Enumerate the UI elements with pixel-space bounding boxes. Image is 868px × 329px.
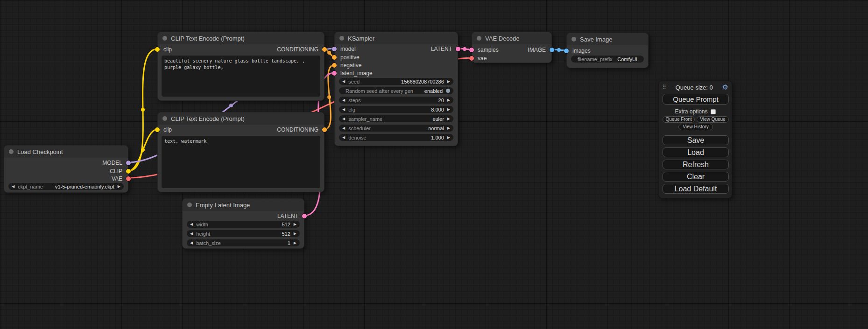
link-dot — [141, 108, 145, 112]
positive-input-port[interactable] — [332, 55, 337, 60]
sampler-name-widget[interactable]: ◀ sampler_name euler ▶ — [339, 115, 453, 122]
node-title: CLIP Text Encode (Prompt) — [171, 115, 245, 122]
widget-label: height — [196, 231, 210, 237]
output-slot-model: MODEL — [4, 159, 128, 167]
slot-label: CONDITIONING — [277, 126, 318, 133]
decrement-arrow-icon[interactable]: ◀ — [342, 134, 345, 141]
steps-widget[interactable]: ◀ steps 20 ▶ — [339, 97, 453, 104]
increment-arrow-icon[interactable]: ▶ — [447, 115, 450, 122]
increment-arrow-icon[interactable]: ▶ — [447, 106, 450, 113]
conditioning-output-port[interactable] — [322, 47, 327, 52]
load-default-button[interactable]: Load Default — [663, 184, 729, 194]
node-empty-latent-image[interactable]: Empty Latent Image LATENT ◀ width 512 ▶ … — [182, 198, 304, 249]
slot-label: vae — [478, 55, 487, 62]
decrement-arrow-icon[interactable]: ◀ — [342, 106, 345, 113]
collapse-dot-icon[interactable] — [477, 36, 481, 41]
node-load-checkpoint[interactable]: Load Checkpoint MODEL CLIP VAE ◀ ckpt_na… — [4, 145, 128, 193]
node-vae-decode[interactable]: VAE Decode samples IMAGE vae — [472, 32, 552, 63]
node-titlebar[interactable]: KSampler — [335, 32, 458, 44]
queue-prompt-button[interactable]: Queue Prompt — [663, 94, 729, 105]
vae-output-port[interactable] — [126, 176, 131, 181]
increment-arrow-icon[interactable]: ▶ — [447, 78, 450, 85]
save-button[interactable]: Save — [663, 135, 729, 145]
filename-prefix-widget[interactable]: filename_prefix ComfyUI — [571, 56, 644, 63]
random-seed-toggle-widget[interactable]: Random seed after every gen enabled — [339, 87, 453, 94]
increment-arrow-icon[interactable]: ▶ — [447, 97, 450, 104]
denoise-widget[interactable]: ◀ denoise 1.000 ▶ — [339, 134, 453, 141]
cfg-widget[interactable]: ◀ cfg 8.000 ▶ — [339, 106, 453, 113]
view-history-button[interactable]: View History — [678, 124, 713, 130]
increment-arrow-icon[interactable]: ▶ — [294, 230, 296, 237]
vae-input-port[interactable] — [469, 56, 474, 61]
toggle-knob[interactable] — [446, 89, 450, 93]
decrement-arrow-icon[interactable]: ◀ — [190, 221, 193, 228]
view-queue-button[interactable]: View Queue — [697, 116, 729, 123]
height-widget[interactable]: ◀ height 512 ▶ — [187, 230, 300, 237]
node-titlebar[interactable]: CLIP Text Encode (Prompt) — [158, 32, 324, 44]
decrement-arrow-icon[interactable]: ◀ — [342, 97, 345, 104]
node-titlebar[interactable]: Save Image — [567, 33, 648, 45]
collapse-dot-icon[interactable] — [162, 36, 167, 41]
node-titlebar[interactable]: CLIP Text Encode (Prompt) — [158, 112, 324, 125]
increment-arrow-icon[interactable]: ▶ — [294, 221, 296, 228]
widget-label: ckpt_name — [18, 184, 43, 189]
increment-arrow-icon[interactable]: ▶ — [294, 239, 296, 246]
graph-canvas[interactable]: Load Checkpoint MODEL CLIP VAE ◀ ckpt_na… — [0, 0, 868, 329]
settings-gear-icon[interactable]: ⚙ — [722, 83, 728, 91]
link-dot — [463, 47, 466, 51]
latent-output-port[interactable] — [456, 47, 460, 51]
decrement-arrow-icon[interactable]: ◀ — [190, 230, 193, 237]
node-clip-text-encode-negative[interactable]: CLIP Text Encode (Prompt) clip CONDITION… — [157, 112, 325, 192]
negative-input-port[interactable] — [332, 63, 337, 68]
latent-output-port[interactable] — [302, 214, 307, 218]
increment-arrow-icon[interactable]: ▶ — [118, 183, 120, 190]
widget-label: seed — [348, 79, 360, 84]
slot-label: LATENT — [277, 213, 298, 219]
extra-options-checkbox[interactable] — [711, 109, 716, 114]
refresh-button[interactable]: Refresh — [663, 160, 729, 169]
node-titlebar[interactable]: Load Checkpoint — [4, 146, 128, 158]
drag-handle-icon[interactable]: ⠿ — [662, 84, 666, 91]
image-output-port[interactable] — [550, 48, 554, 52]
decrement-arrow-icon[interactable]: ◀ — [342, 115, 345, 122]
slot-label: positive — [340, 54, 360, 61]
decrement-arrow-icon[interactable]: ◀ — [190, 239, 193, 246]
collapse-dot-icon[interactable] — [187, 203, 192, 207]
load-button[interactable]: Load — [663, 147, 729, 157]
clip-output-port[interactable] — [126, 169, 131, 174]
clear-button[interactable]: Clear — [663, 172, 729, 182]
queue-front-button[interactable]: Queue Front — [663, 116, 695, 123]
model-output-port[interactable] — [126, 161, 131, 165]
decrement-arrow-icon[interactable]: ◀ — [12, 183, 14, 190]
node-titlebar[interactable]: VAE Decode — [472, 32, 551, 44]
prompt-textarea[interactable]: beautiful scenery nature glass bottle la… — [162, 56, 320, 97]
slot-label: images — [572, 48, 591, 54]
scheduler-widget[interactable]: ◀ scheduler normal ▶ — [339, 125, 453, 132]
node-save-image[interactable]: Save Image images filename_prefix ComfyU… — [566, 33, 649, 68]
node-ksampler[interactable]: KSampler model LATENT positive negative … — [334, 32, 458, 146]
node-titlebar[interactable]: Empty Latent Image — [183, 199, 304, 211]
widget-value: 512 — [282, 231, 290, 237]
collapse-dot-icon[interactable] — [9, 149, 14, 154]
batch-size-widget[interactable]: ◀ batch_size 1 ▶ — [187, 239, 300, 246]
seed-widget[interactable]: ◀ seed 156680208700286 ▶ — [339, 78, 453, 85]
conditioning-output-port[interactable] — [322, 127, 327, 132]
collapse-dot-icon[interactable] — [339, 36, 344, 41]
width-widget[interactable]: ◀ width 512 ▶ — [187, 221, 300, 228]
increment-arrow-icon[interactable]: ▶ — [447, 134, 450, 141]
images-input-port[interactable] — [564, 49, 569, 53]
decrement-arrow-icon[interactable]: ◀ — [342, 125, 345, 132]
link-dot — [327, 95, 331, 99]
input-slot-negative: negative — [335, 61, 458, 70]
increment-arrow-icon[interactable]: ▶ — [447, 125, 450, 132]
widget-label: denoise — [348, 135, 367, 140]
output-slot-conditioning: CONDITIONING — [158, 126, 324, 134]
decrement-arrow-icon[interactable]: ◀ — [342, 78, 345, 85]
collapse-dot-icon[interactable] — [162, 116, 167, 121]
latent-image-input-port[interactable] — [332, 71, 337, 76]
prompt-textarea[interactable]: text, watermark — [162, 136, 320, 188]
ckpt-name-widget[interactable]: ◀ ckpt_name v1-5-pruned-emaonly.ckpt ▶ — [8, 183, 124, 190]
collapse-dot-icon[interactable] — [572, 37, 576, 42]
node-clip-text-encode-positive[interactable]: CLIP Text Encode (Prompt) clip CONDITION… — [157, 32, 325, 101]
widget-label: steps — [348, 98, 360, 103]
